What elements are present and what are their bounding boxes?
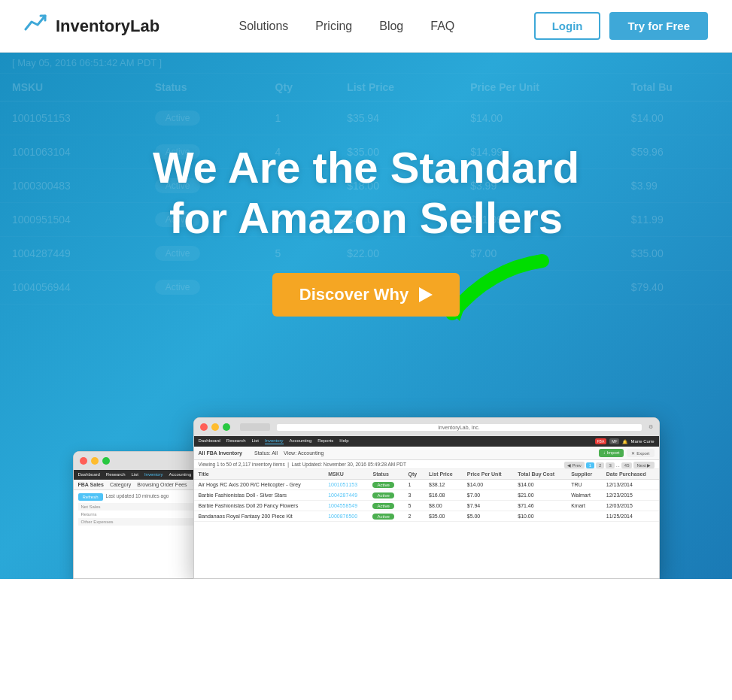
navbar: InventoryLab Solutions Pricing Blog FAQ … [0, 0, 732, 53]
hero-screenshots: inventorylab.io Dashboard Research List … [73, 414, 660, 579]
main-toolbar: All FBA Inventory Status: All View: Acco… [194, 447, 659, 460]
window-dot-green-main [223, 423, 230, 431]
import-button-mock: ↓ Import [599, 449, 624, 457]
window-dot-yellow-main [211, 423, 219, 431]
bg-col-total: Total Bu [619, 74, 732, 102]
bg-col-ppu: Price Per Unit [458, 74, 619, 102]
table-row: Barbie Fashionistas Doll - Silver Stars … [194, 490, 659, 501]
window-chrome-main: InventoryLab, Inc. ⚙ [194, 418, 659, 436]
nav-link-blog[interactable]: Blog [379, 20, 403, 32]
nav-item-solutions[interactable]: Solutions [239, 20, 289, 33]
hero-cta-container: Discover Why [272, 273, 460, 317]
logo-icon [24, 13, 48, 39]
logo[interactable]: InventoryLab [24, 13, 159, 39]
main-inventory-table: Title MSKU Status Qty List Price Price P… [194, 469, 659, 522]
nav-item-blog[interactable]: Blog [379, 20, 403, 33]
bg-col-msku: MSKU [0, 74, 143, 102]
login-button[interactable]: Login [534, 12, 601, 40]
bg-col-listprice: List Price [335, 74, 458, 102]
bottom-section [0, 579, 732, 700]
table-row: Barbie Fashionistas Doll 20 Fancy Flower… [194, 501, 659, 511]
window-dot-red-main [200, 423, 208, 431]
bg-row-1: 1001051153 Active 1 $35.94 $14.00 $14.00 [0, 102, 732, 135]
nav-link-solutions[interactable]: Solutions [239, 20, 289, 32]
nav-link-pricing[interactable]: Pricing [315, 20, 352, 32]
bg-col-qty: Qty [263, 74, 336, 102]
main-window-url: InventoryLab, Inc. [277, 424, 642, 431]
bg-col-status: Status [143, 74, 263, 102]
inner-nav-main: Dashboard Research List Inventory Accoun… [194, 436, 659, 447]
discover-why-button[interactable]: Discover Why [272, 273, 460, 317]
main-nav: Solutions Pricing Blog FAQ [239, 20, 455, 33]
bg-table-date: [ May 05, 2016 06:51:42 AM PDT ] [0, 53, 732, 74]
try-free-button[interactable]: Try for Free [609, 12, 708, 40]
nav-item-pricing[interactable]: Pricing [315, 20, 352, 33]
viewing-text: Viewing 1 to 50 of 2,117 inventory items… [194, 460, 659, 469]
window-dot-red [80, 457, 87, 465]
navbar-actions: Login Try for Free [534, 12, 708, 40]
hero-title: We Are the Standard for Amazon Sellers [153, 143, 579, 243]
play-icon [419, 287, 433, 302]
screenshot-main: InventoryLab, Inc. ⚙ Dashboard Research … [193, 417, 660, 579]
discover-why-label: Discover Why [299, 285, 409, 305]
window-dot-yellow [91, 457, 99, 465]
logo-text: InventoryLab [56, 17, 159, 36]
nav-item-faq[interactable]: FAQ [430, 20, 454, 33]
table-row: Air Hogs RC Axis 200 R/C Helicopter - Gr… [194, 480, 659, 490]
toolbar-title: All FBA Inventory [199, 450, 242, 456]
window-body-main: Dashboard Research List Inventory Accoun… [194, 436, 659, 578]
window-dot-green [102, 457, 110, 465]
table-row: Bandanaos Royal Fantasy 200 Piece Kit 10… [194, 511, 659, 522]
nav-link-faq[interactable]: FAQ [430, 20, 454, 32]
export-button-mock: ✕ Export [627, 449, 654, 457]
hero-section: [ May 05, 2016 06:51:42 AM PDT ] MSKU St… [0, 53, 732, 579]
